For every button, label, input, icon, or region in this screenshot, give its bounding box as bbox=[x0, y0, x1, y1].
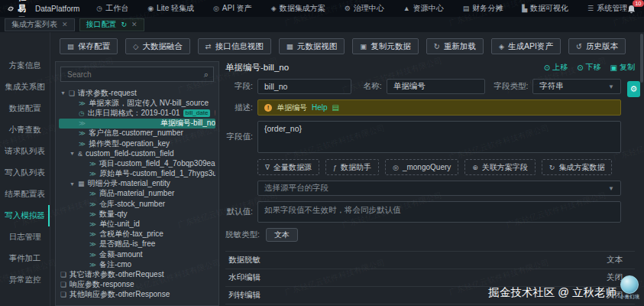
tree-node[interactable]: ≫单位-unit_id bbox=[59, 219, 215, 229]
field-icon: ≫ bbox=[89, 210, 96, 218]
panel-watermark-edit[interactable]: 水印编辑 关闭 bbox=[225, 269, 635, 286]
data-helper-button[interactable]: ƒ数据助手 bbox=[325, 159, 379, 175]
caret-down-icon[interactable]: ▼ bbox=[60, 90, 66, 96]
field-icon: ≫ bbox=[89, 261, 96, 269]
type-select[interactable]: 字符串▼ bbox=[532, 79, 621, 94]
field-value-textarea[interactable]: {order_no} bbox=[257, 121, 621, 153]
tree-node[interactable]: ≫操作类型-operation_key bbox=[59, 138, 215, 148]
reload-button[interactable]: ↻重新加载 bbox=[426, 38, 484, 54]
nav-item-finance[interactable]: ▤财务分摊 bbox=[463, 3, 503, 14]
nav-item-resource[interactable]: ▲资源中心 bbox=[403, 3, 444, 14]
sidebar-item-write-simulator[interactable]: 写入模拟器 bbox=[0, 205, 50, 226]
mask-type-select[interactable]: 文本 bbox=[266, 228, 298, 242]
bigdata-merge-button[interactable]: ◇大数据融合 bbox=[125, 38, 190, 54]
copy-icon: ▣ bbox=[610, 63, 617, 72]
tree-node[interactable]: ≫单据来源，固定传入 NV-bill_source bbox=[59, 98, 215, 108]
desc-input[interactable]: ! 单据编号 Help ▤ bbox=[257, 99, 621, 116]
caret-down-icon[interactable]: ▼ bbox=[70, 181, 75, 187]
tree-node-response[interactable]: ❏响应参数-response bbox=[59, 280, 215, 290]
nav-item-system[interactable]: ☰系统管理 bbox=[587, 3, 627, 14]
mascot-sticker: 小青幻境 bbox=[619, 275, 640, 300]
tree-node[interactable]: ≫项目-custom_field_4_7obqp309ea5_number bbox=[59, 158, 215, 168]
tree-node[interactable]: ≫金额-amount bbox=[59, 249, 215, 259]
history-version-button[interactable]: ↺历史版本 bbox=[568, 38, 626, 54]
sidebar-item-event-process[interactable]: 事件加工 bbox=[0, 248, 50, 269]
tree-node[interactable]: ≫备注-cmo bbox=[59, 259, 215, 269]
flag-icon: ⚑ bbox=[213, 109, 215, 117]
metadata-view-button[interactable]: ▦元数据视图 bbox=[279, 38, 345, 54]
refresh-icon[interactable]: ↻ bbox=[121, 21, 128, 28]
nav-item-governance[interactable]: ⚙治理中心 bbox=[345, 3, 384, 14]
tree-node[interactable]: ≫仓库-stock_number bbox=[59, 199, 215, 209]
planet-logo-icon bbox=[8, 3, 14, 15]
sidebar-item-request-queue[interactable]: 请求队列表 bbox=[0, 141, 50, 162]
tree-node[interactable]: ≫客户信息-customer_number bbox=[59, 129, 215, 138]
field-icon: ≫ bbox=[89, 251, 96, 259]
field-icon: ≫ bbox=[79, 119, 86, 127]
nav-item-visualization[interactable]: ▙数据可视化 bbox=[522, 3, 568, 14]
link-scheme-field-button[interactable]: ⊕关联方案字段 bbox=[464, 159, 536, 175]
copy-field-button[interactable]: ▣复制 bbox=[610, 62, 635, 73]
sidebar-item-scheme-info[interactable]: 方案信息 bbox=[0, 55, 50, 76]
help-link[interactable]: Help bbox=[312, 103, 328, 112]
field-icon: ≫ bbox=[89, 240, 96, 248]
sidebar-item-xiaoqing-query[interactable]: 小青查数 bbox=[0, 119, 50, 141]
resource-icon: ▲ bbox=[403, 5, 410, 12]
circle-up-icon: ⊙ bbox=[544, 63, 550, 72]
sidebar-item-exception-monitor[interactable]: 异常监控 bbox=[0, 269, 50, 291]
integration-data-button[interactable]: ↻集成方案数据 bbox=[542, 159, 613, 175]
nav-item-lite[interactable]: ◉Lite 轻集成 bbox=[147, 3, 194, 14]
nav-item-workbench[interactable]: ◷工作台 bbox=[96, 3, 128, 14]
move-up-button[interactable]: ⊙上移 bbox=[544, 62, 568, 73]
sidebar-item-write-queue[interactable]: 写入队列表 bbox=[0, 162, 50, 184]
tree-node-bill-date[interactable]: ◷出库日期格式：2019-01-01bill_date⚑ bbox=[59, 108, 215, 118]
close-icon[interactable]: ✕ bbox=[62, 21, 68, 28]
tree-node[interactable]: ≫数量-qty bbox=[59, 209, 215, 219]
value-label: 字段值: bbox=[225, 132, 253, 142]
tree-node[interactable]: ≫原始单号-custom_field_1_7hygs3uh415 bbox=[59, 169, 215, 179]
move-down-button[interactable]: ⊙下移 bbox=[577, 62, 600, 73]
nav-item-api-assets[interactable]: ◎API 资产 bbox=[213, 3, 252, 14]
governance-icon: ⚙ bbox=[345, 5, 351, 12]
settings-fab[interactable]: ⚙ bbox=[627, 81, 640, 97]
field-input[interactable]: bill_no bbox=[257, 79, 351, 94]
save-config-button[interactable]: ▤保存配置 bbox=[60, 38, 118, 54]
sidebar-item-relation-graph[interactable]: 集成关系图 bbox=[0, 76, 50, 98]
name-input[interactable]: 单据编号 bbox=[387, 79, 486, 94]
logo-product: DataPlatform bbox=[35, 5, 79, 13]
tree-node-request[interactable]: ▼❏请求参数-request bbox=[59, 88, 215, 98]
interface-info-view-button[interactable]: ⇄接口信息视图 bbox=[198, 38, 271, 54]
search-input[interactable] bbox=[66, 70, 204, 80]
tree-node-other-request[interactable]: ❏其它请求参数-otherRequest bbox=[59, 269, 215, 279]
tree-node-bill-no-selected[interactable]: ≫单据编号-bill_no bbox=[59, 119, 215, 129]
caret-down-icon[interactable]: ▼ bbox=[70, 151, 75, 156]
tree-search[interactable]: ⌕ bbox=[60, 67, 214, 82]
nav-item-integration[interactable]: ◈数据集成方案 bbox=[271, 3, 325, 14]
close-icon[interactable]: ✕ bbox=[131, 21, 138, 28]
full-datasource-button[interactable]: ∇全量数据源 bbox=[257, 159, 319, 175]
mask-label: 脱敏类型: bbox=[225, 230, 260, 240]
panel-data-masking[interactable]: 数据脱敏 文本 bbox=[225, 251, 635, 269]
clock-icon: ◷ bbox=[79, 109, 84, 117]
source-field-select[interactable]: 选择源平台的字段 ▼ bbox=[257, 181, 621, 196]
tree-node-custom-field-group[interactable]: ▼&custom_field-custom_field bbox=[59, 148, 215, 158]
copy-metadata-button[interactable]: ▣复制元数据 bbox=[352, 38, 418, 54]
sidebar-item-result-config[interactable]: 结果配置表 bbox=[0, 184, 50, 205]
scrollbar[interactable] bbox=[640, 34, 643, 83]
tree-node[interactable]: ≫商品-material_number bbox=[59, 189, 215, 199]
generate-api-button[interactable]: ◈生成API资产 bbox=[491, 38, 561, 54]
tab-interface-config[interactable]: 接口配置 ↻ ✕ bbox=[79, 18, 144, 31]
tree-node[interactable]: ≫含税单价-tax_price bbox=[59, 230, 215, 239]
sidebar-item-log-manage[interactable]: 日志管理 bbox=[0, 226, 50, 248]
tree-node[interactable]: ≫是否赠品-is_free bbox=[59, 239, 215, 249]
folder-icon: ❏ bbox=[60, 281, 66, 288]
field-icon: ≫ bbox=[89, 170, 96, 177]
value-tools: ∇全量数据源 ƒ数据助手 ◎_mongoQuery ⊕关联方案字段 ↻集成方案数… bbox=[257, 159, 621, 175]
tree-node-material-entity-group[interactable]: ▼▦明细分录-material_entity bbox=[59, 179, 215, 189]
sidebar-item-data-config[interactable]: 数据配置 bbox=[0, 98, 50, 119]
default-value-textarea[interactable]: 如果字段值不生效时，将会同步默认值 bbox=[257, 201, 621, 223]
notification-bell-icon[interactable]: 10 bbox=[627, 4, 636, 13]
mongo-query-button[interactable]: ◎_mongoQuery bbox=[385, 159, 458, 175]
tab-scheme-list[interactable]: 集成方案列表 ✕ bbox=[5, 18, 75, 31]
tree-node-other-response[interactable]: ❏其他响应参数-otherResponse bbox=[59, 290, 215, 300]
